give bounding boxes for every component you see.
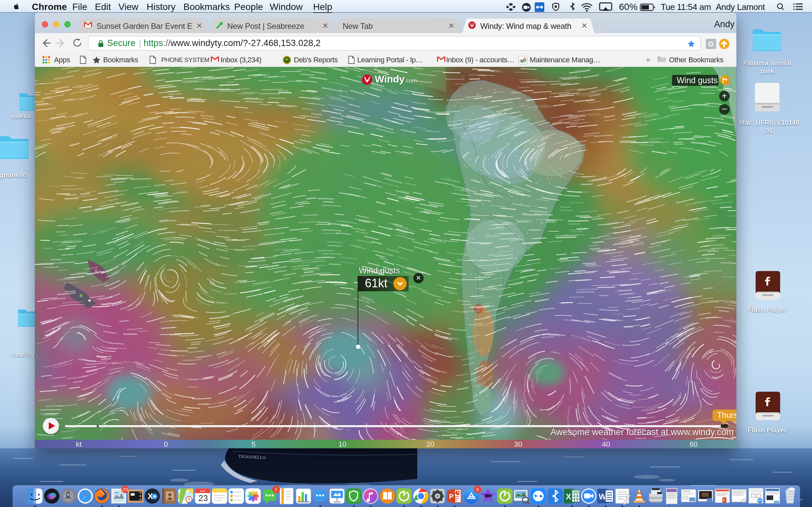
svg-text:X: X xyxy=(566,492,571,501)
svg-text:P: P xyxy=(449,493,453,500)
svg-text:P: P xyxy=(723,499,725,502)
svg-text:JAN: JAN xyxy=(200,490,205,493)
svg-text:23: 23 xyxy=(198,493,208,503)
